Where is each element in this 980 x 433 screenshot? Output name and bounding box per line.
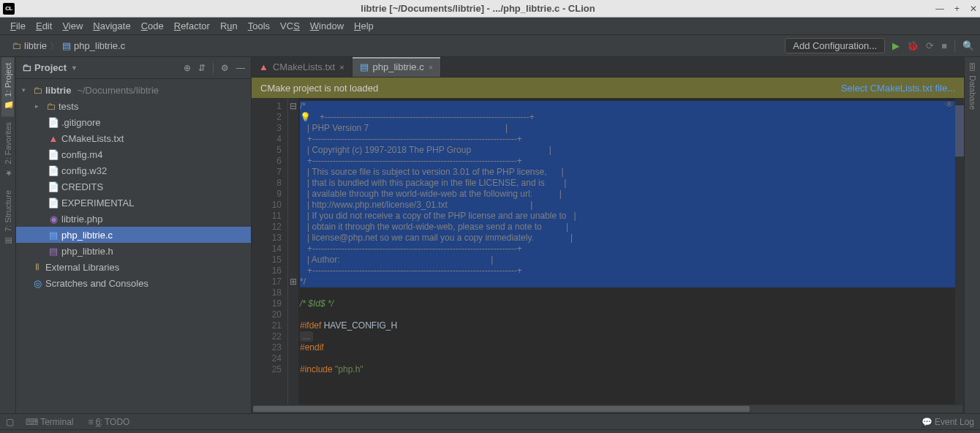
tree-item-php-libtrie-c[interactable]: ▤php_libtrie.c <box>16 227 251 243</box>
menubar: File Edit View Navigate Code Refactor Ru… <box>0 18 980 35</box>
tool-tab-structure[interactable]: ▤7: Structure <box>1 184 14 252</box>
run-config-selector[interactable]: Add Configuration... <box>785 38 885 53</box>
menu-refactor[interactable]: Refactor <box>170 19 214 33</box>
tree-external-libraries[interactable]: ⫴External Libraries <box>16 259 251 275</box>
breadcrumb-root-label: libtrie <box>24 40 47 51</box>
scratch-icon: ◎ <box>32 278 42 289</box>
tree-item-tests[interactable]: ▸ 🗀 tests <box>16 98 251 114</box>
right-tool-strip: 🗄Database <box>964 57 980 413</box>
tree-item-label: libtrie.php <box>61 214 102 225</box>
tree-root[interactable]: ▾ 🗀 libtrie ~/Documents/libtrie <box>16 82 251 98</box>
tree-item-config-m4[interactable]: 📄config.m4 <box>16 146 251 162</box>
editor-tab-php-libtrie-c[interactable]: ▤ php_libtrie.c × <box>353 57 442 77</box>
tree-item-label: CREDITS <box>61 181 103 192</box>
hide-bottom-icon[interactable]: ▢ <box>6 417 14 427</box>
window-title: libtrie [~/Documents/libtrie] - .../php_… <box>20 3 935 14</box>
expand-all-icon[interactable]: ⇵ <box>198 63 206 73</box>
tool-tab-project[interactable]: 📁1: Project <box>1 57 14 116</box>
menu-help[interactable]: Help <box>350 19 378 33</box>
tree-item-label: php_libtrie.h <box>61 246 113 257</box>
navbar: 🗀 libtrie 〉 ▤ php_libtrie.c Add Configur… <box>0 35 980 57</box>
menu-run[interactable]: Run <box>216 19 242 33</box>
menu-edit[interactable]: Edit <box>31 19 56 33</box>
menu-navigate[interactable]: Navigate <box>88 19 135 33</box>
editor-tab-cmakelists[interactable]: ▲ CMakeLists.txt × <box>252 57 353 77</box>
main-area: 📁1: Project ★2: Favorites ▤7: Structure … <box>0 57 980 413</box>
error-stripe[interactable] <box>955 98 964 404</box>
file-icon: 📄 <box>48 181 59 192</box>
expand-arrow-icon[interactable]: ▸ <box>35 102 42 110</box>
editor-tab-label: CMakeLists.txt <box>273 61 335 72</box>
debug-icon[interactable]: 🐞 <box>907 40 919 51</box>
c-file-icon: ▤ <box>62 40 71 51</box>
tree-item-credits[interactable]: 📄CREDITS <box>16 178 251 195</box>
menu-window[interactable]: Window <box>306 19 348 33</box>
stop-icon[interactable]: ■ <box>941 40 947 51</box>
titlebar: CL libtrie [~/Documents/libtrie] - .../p… <box>0 0 980 18</box>
tool-tab-database[interactable]: 🗄Database <box>967 57 979 116</box>
tree-scratches[interactable]: ◎Scratches and Consoles <box>16 275 251 291</box>
breadcrumb-file[interactable]: ▤ php_libtrie.c <box>56 39 131 53</box>
maximize-icon[interactable]: + <box>954 4 960 14</box>
terminal-tool-button[interactable]: ⌨ Terminal <box>26 417 73 427</box>
file-icon: 📄 <box>48 117 59 128</box>
left-tool-strip: 📁1: Project ★2: Favorites ▤7: Structure <box>0 57 16 413</box>
notification-link[interactable]: Select CMakeLists.txt file... <box>841 83 955 94</box>
search-everywhere-icon[interactable]: 🔍 <box>962 40 974 51</box>
tool-tab-favorites[interactable]: ★2: Favorites <box>1 116 14 184</box>
tree-item-cmakelists[interactable]: ▲CMakeLists.txt <box>16 130 251 146</box>
tree-item-label: EXPERIMENTAL <box>61 197 134 208</box>
chevron-down-icon[interactable]: ▼ <box>71 64 78 72</box>
menu-tools[interactable]: Tools <box>244 19 274 33</box>
tree-item-label: External Libraries <box>45 262 119 273</box>
tree-item-libtrie-php[interactable]: ◉libtrie.php <box>16 211 251 227</box>
project-icon: 🗀 <box>22 62 31 73</box>
gear-icon[interactable]: ⚙ <box>221 63 229 73</box>
menu-view[interactable]: View <box>58 19 87 33</box>
tree-item-label: config.w32 <box>61 165 107 176</box>
code-editor[interactable]: 1234567891011121314151617181920212223242… <box>252 98 964 404</box>
close-tab-icon[interactable]: × <box>339 63 344 72</box>
locate-icon[interactable]: ⊕ <box>184 63 191 73</box>
cmake-icon: ▲ <box>259 61 268 72</box>
event-log-button[interactable]: 💬 Event Log <box>921 417 974 427</box>
tree-item-gitignore[interactable]: 📄.gitignore <box>16 114 251 130</box>
tree-item-label: .gitignore <box>61 117 100 128</box>
tree-item-php-libtrie-h[interactable]: ▤php_libtrie.h <box>16 243 251 259</box>
tree-item-label: Scratches and Consoles <box>45 278 148 289</box>
tree-item-label: tests <box>59 101 78 112</box>
tree-root-path: ~/Documents/libtrie <box>77 85 159 96</box>
close-icon[interactable]: ✕ <box>970 4 977 14</box>
folder-icon: 🗀 <box>12 40 21 51</box>
code-content[interactable]: 👁 /*💡 +---------------------------------… <box>298 98 955 404</box>
run-icon[interactable]: ▶ <box>892 40 900 51</box>
run-with-coverage-icon[interactable]: ⟳ <box>926 40 934 51</box>
libraries-icon: ⫴ <box>32 261 42 273</box>
menu-code[interactable]: Code <box>137 19 168 33</box>
editor-tabs: ▲ CMakeLists.txt × ▤ php_libtrie.c × <box>252 57 964 78</box>
editor-h-scroll[interactable] <box>252 404 964 413</box>
tree-item-config-w32[interactable]: 📄config.w32 <box>16 162 251 178</box>
h-file-icon: ▤ <box>48 246 59 257</box>
menu-vcs[interactable]: VCS <box>276 19 304 33</box>
todo-tool-button[interactable]: ≡ 6: TODO <box>88 417 129 427</box>
breadcrumb-root[interactable]: 🗀 libtrie <box>6 39 53 53</box>
tree-root-name: libtrie <box>45 85 71 96</box>
c-file-icon: ▤ <box>360 61 369 72</box>
folder-icon: 🗀 <box>32 85 42 96</box>
tree-item-experimental[interactable]: 📄EXPERIMENTAL <box>16 195 251 211</box>
file-icon: 📄 <box>48 165 59 176</box>
project-panel: 🗀 Project ▼ ⊕ ⇵ ⚙ — ▾ 🗀 libtrie ~/Docume… <box>16 57 252 413</box>
cmake-icon: ▲ <box>48 133 59 144</box>
project-panel-title: Project <box>34 62 67 73</box>
minimize-icon[interactable]: — <box>935 4 944 14</box>
inspection-eye-icon[interactable]: 👁 <box>945 99 954 110</box>
expand-arrow-icon[interactable]: ▾ <box>22 86 29 94</box>
editor-tab-label: php_libtrie.c <box>373 61 424 72</box>
menu-file[interactable]: File <box>6 19 30 33</box>
scroll-thumb[interactable] <box>253 406 750 412</box>
hide-panel-icon[interactable]: — <box>236 63 245 73</box>
tree-item-label: CMakeLists.txt <box>61 133 124 144</box>
close-tab-icon[interactable]: × <box>429 63 433 72</box>
file-icon: 📄 <box>48 197 59 208</box>
